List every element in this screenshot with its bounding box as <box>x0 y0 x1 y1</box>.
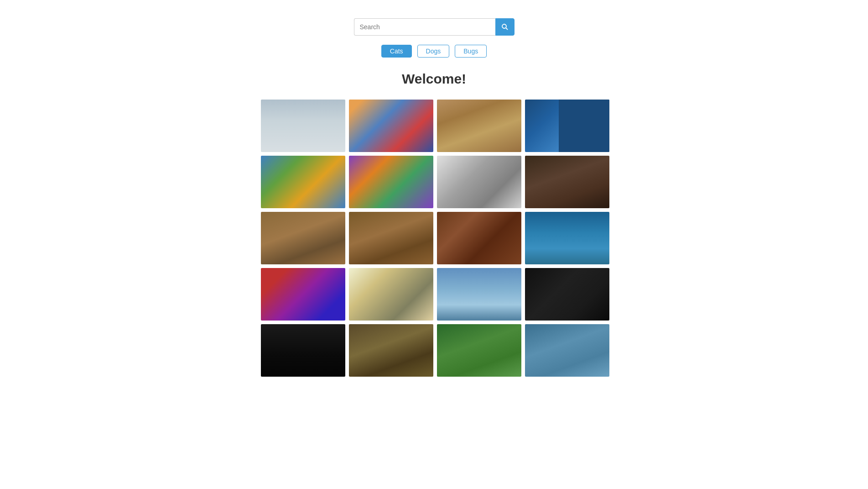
search-container <box>354 18 515 36</box>
image-item[interactable] <box>261 156 345 208</box>
image-item[interactable] <box>525 212 609 264</box>
image-item[interactable] <box>261 212 345 264</box>
image-item[interactable] <box>437 100 521 152</box>
search-input[interactable] <box>354 18 495 36</box>
image-item[interactable] <box>261 100 345 152</box>
image-grid <box>261 100 608 377</box>
welcome-title: Welcome! <box>402 71 466 87</box>
image-item[interactable] <box>349 100 433 152</box>
filter-cats-button[interactable]: Cats <box>381 45 412 58</box>
image-item[interactable] <box>437 156 521 208</box>
image-item[interactable] <box>525 156 609 208</box>
filter-buttons: Cats Dogs Bugs <box>381 45 487 58</box>
image-item[interactable] <box>261 268 345 321</box>
image-item[interactable] <box>525 324 609 377</box>
svg-line-1 <box>506 28 508 30</box>
svg-point-0 <box>502 24 506 28</box>
image-item[interactable] <box>437 324 521 377</box>
filter-dogs-button[interactable]: Dogs <box>417 45 450 58</box>
image-item[interactable] <box>437 268 521 321</box>
image-item[interactable] <box>261 324 345 377</box>
page-container: Cats Dogs Bugs Welcome! <box>0 0 868 489</box>
search-button[interactable] <box>495 18 515 36</box>
image-item[interactable] <box>349 212 433 264</box>
search-icon <box>501 23 509 31</box>
filter-bugs-button[interactable]: Bugs <box>455 45 487 58</box>
image-item[interactable] <box>349 324 433 377</box>
image-item[interactable] <box>525 268 609 321</box>
image-item[interactable] <box>349 156 433 208</box>
image-item[interactable] <box>349 268 433 321</box>
image-item[interactable] <box>525 100 609 152</box>
image-item[interactable] <box>437 212 521 264</box>
